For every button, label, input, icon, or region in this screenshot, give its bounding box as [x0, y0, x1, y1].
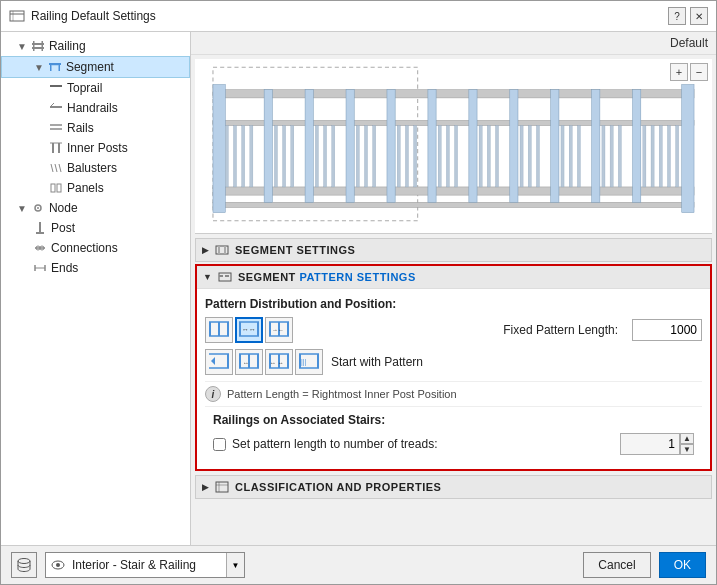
svg-text:↔: ↔	[249, 326, 256, 333]
pattern-icon-7[interactable]: |||	[295, 349, 323, 375]
tree-item-ends[interactable]: Ends	[1, 258, 190, 278]
classification-arrow: ▶	[202, 482, 209, 492]
tree-item-node[interactable]: ▼ Node	[1, 198, 190, 218]
svg-text:↔ ↔: ↔ ↔	[270, 360, 284, 366]
svg-rect-36	[213, 90, 694, 98]
pattern-settings-arrow: ▼	[203, 272, 212, 282]
title-bar-left: Railing Default Settings	[9, 8, 156, 24]
eye-icon	[50, 557, 66, 573]
database-icon-button[interactable]	[11, 552, 37, 578]
svg-rect-40	[213, 85, 225, 213]
classification-icon	[215, 480, 229, 494]
title-bar: Railing Default Settings ? ✕	[1, 1, 716, 32]
pattern-icon5: ↔	[237, 351, 261, 373]
pattern-icon-1[interactable]	[205, 317, 233, 343]
railing-preview-svg	[195, 59, 712, 233]
ok-button[interactable]: OK	[659, 552, 706, 578]
bottom-bar: Interior - Stair & Railing ▼ Cancel OK	[1, 545, 716, 584]
pattern-arrows-icon: ↔ ↔	[237, 319, 261, 341]
info-text: Pattern Length = Rightmost Inner Post Po…	[227, 388, 457, 400]
svg-rect-57	[283, 126, 286, 187]
tree-item-connections[interactable]: Connections	[1, 238, 190, 258]
svg-rect-60	[324, 126, 327, 187]
pattern-icon-3[interactable]: →←	[265, 317, 293, 343]
tree-label-post: Post	[51, 221, 75, 235]
svg-rect-66	[405, 126, 408, 187]
tree-item-handrails[interactable]: Handrails	[1, 98, 190, 118]
fixed-pattern-length-input[interactable]	[632, 319, 702, 341]
svg-line-19	[51, 164, 53, 172]
connections-icon	[33, 241, 47, 255]
svg-text:|||: |||	[301, 358, 307, 366]
spinner-buttons: ▲ ▼	[680, 433, 694, 455]
settings-area: ▶ SEGMENT SETTINGS ▼	[191, 238, 716, 545]
svg-rect-63	[364, 126, 367, 187]
spinner-down-button[interactable]: ▼	[680, 444, 694, 455]
dropdown-arrow[interactable]: ▼	[226, 553, 244, 577]
tree-item-post[interactable]: Post	[1, 218, 190, 238]
tree-label-panels: Panels	[67, 181, 104, 195]
dropdown-text: Interior - Stair & Railing	[66, 558, 226, 572]
zoom-out-button[interactable]: −	[690, 63, 708, 81]
railing-icon	[31, 39, 45, 53]
svg-rect-22	[51, 184, 55, 192]
tree-item-panels[interactable]: Panels	[1, 178, 190, 198]
svg-rect-74	[520, 126, 523, 187]
svg-rect-105	[269, 322, 271, 336]
pattern-equal-icon	[207, 319, 231, 341]
svg-rect-17	[58, 143, 60, 153]
svg-rect-128	[317, 354, 319, 368]
help-button[interactable]: ?	[668, 7, 686, 25]
pattern-row-2: ↔	[205, 349, 702, 375]
tree-item-railing[interactable]: ▼ Railing	[1, 36, 190, 56]
pattern-title-part1: SEGMENT	[238, 271, 296, 283]
pattern-icon6: ↔ ↔	[267, 351, 291, 373]
tree-label-connections: Connections	[51, 241, 118, 255]
spinner-input[interactable]	[620, 433, 680, 455]
post-icon	[33, 221, 47, 235]
svg-rect-55	[250, 126, 253, 187]
bottom-dropdown[interactable]: Interior - Stair & Railing ▼	[45, 552, 245, 578]
svg-rect-79	[577, 126, 580, 187]
svg-rect-86	[667, 126, 670, 187]
stairs-section: Railings on Associated Stairs: Set patte…	[205, 406, 702, 461]
tree-label-innerposts: Inner Posts	[67, 141, 128, 155]
set-pattern-checkbox[interactable]	[213, 438, 226, 451]
checkbox-row: Set pattern length to number of treads: …	[213, 433, 694, 455]
tree-item-innerposts[interactable]: Inner Posts	[1, 138, 190, 158]
classification-header[interactable]: ▶ CLASSIFICATION AND PROPERTIES	[195, 475, 712, 499]
svg-rect-54	[242, 126, 245, 187]
svg-rect-62	[356, 126, 359, 187]
fixed-pattern-length-label: Fixed Pattern Length:	[301, 323, 624, 337]
tree-item-balusters[interactable]: Balusters	[1, 158, 190, 178]
svg-rect-16	[52, 143, 54, 153]
svg-rect-64	[373, 126, 376, 187]
pattern-icon-5[interactable]: ↔	[235, 349, 263, 375]
segment-settings-header[interactable]: ▶ SEGMENT SETTINGS	[195, 238, 712, 262]
svg-rect-50	[592, 90, 600, 203]
pattern-settings-title: SEGMENT PATTERN SETTINGS	[238, 271, 416, 283]
pattern-settings-header[interactable]: ▼ SEGMENT PATTERN SETTINGS	[197, 266, 710, 288]
svg-rect-95	[218, 322, 220, 336]
svg-rect-81	[610, 126, 613, 187]
spinner-up-button[interactable]: ▲	[680, 433, 694, 444]
svg-rect-68	[438, 126, 441, 187]
cancel-button[interactable]: Cancel	[583, 552, 650, 578]
tree-item-toprail[interactable]: Toprail	[1, 78, 190, 98]
svg-rect-84	[651, 126, 654, 187]
tree-item-segment[interactable]: ▼ Segment	[1, 56, 190, 78]
tree-label-railing: Railing	[49, 39, 86, 53]
svg-rect-85	[659, 126, 662, 187]
zoom-in-button[interactable]: +	[670, 63, 688, 81]
pattern-icon-2[interactable]: ↔ ↔	[235, 317, 263, 343]
pattern-icon-4[interactable]	[205, 349, 233, 375]
svg-marker-111	[211, 357, 215, 365]
expand-icon: ▼	[17, 41, 27, 52]
expand-icon-node: ▼	[17, 203, 27, 214]
tree-item-rails[interactable]: Rails	[1, 118, 190, 138]
svg-rect-82	[618, 126, 621, 187]
svg-rect-45	[387, 90, 395, 203]
tree-label-balusters: Balusters	[67, 161, 117, 175]
pattern-icon-6[interactable]: ↔ ↔	[265, 349, 293, 375]
close-button[interactable]: ✕	[690, 7, 708, 25]
